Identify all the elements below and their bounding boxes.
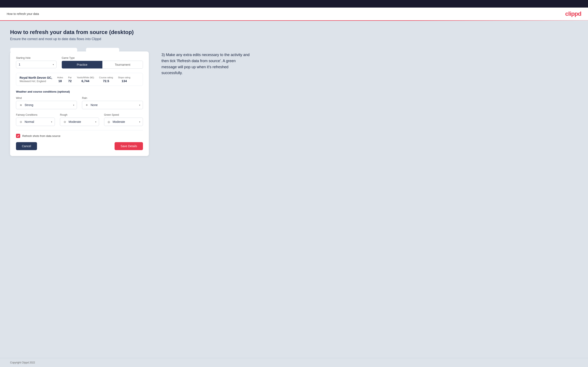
game-type-toggle: Practice Tournament xyxy=(62,61,143,69)
rain-label: Rain xyxy=(82,97,143,100)
main-content: How to refresh your data from source (de… xyxy=(0,21,588,358)
wind-rain-row: Wind ≋ Strong ▾ Rain ☀ None ▾ xyxy=(16,97,143,109)
green-speed-icon: ◎ xyxy=(107,120,111,124)
starting-hole-label: Starting Hole xyxy=(16,57,57,59)
tournament-button[interactable]: Tournament xyxy=(102,61,143,68)
breadcrumb: How to refresh your data xyxy=(7,12,39,16)
content-row: Starting Hole 1 ▾ Game Type Practice Tou… xyxy=(10,48,578,156)
weather-section-title: Weather and course conditions (optional) xyxy=(16,90,143,93)
footer: Copyright Clippd 2022 xyxy=(0,358,588,367)
rain-icon: ☀ xyxy=(85,103,89,107)
tab-partial-1 xyxy=(10,48,77,52)
yards-label: Yards/White (M)) xyxy=(77,76,94,79)
course-stat-par: Par 72 xyxy=(68,76,72,83)
course-stat-holes: Holes 18 xyxy=(57,76,63,83)
rough-select[interactable]: ⊙ Moderate ▾ xyxy=(60,117,99,126)
green-speed-select[interactable]: ◎ Moderate ▾ xyxy=(104,117,143,126)
course-name: Royal North Devon GC, xyxy=(19,76,52,79)
rain-group: Rain ☀ None ▾ xyxy=(82,97,143,109)
logo: clippd xyxy=(565,10,581,17)
rain-value: None xyxy=(91,103,138,107)
conditions-row: Fairway Conditions ⊙ Normal ▾ Rough ⊙ Mo… xyxy=(16,113,143,126)
wind-icon: ≋ xyxy=(19,103,23,107)
fairway-label: Fairway Conditions xyxy=(16,113,55,116)
course-rating-label: Course rating xyxy=(99,76,113,79)
button-row: Cancel Save Details xyxy=(16,142,143,150)
fairway-select[interactable]: ⊙ Normal ▾ xyxy=(16,117,55,126)
rough-group: Rough ⊙ Moderate ▾ xyxy=(60,113,99,126)
page-subheading: Ensure the correct and most up to date d… xyxy=(10,37,578,41)
checkmark-icon xyxy=(17,134,19,137)
holes-label: Holes xyxy=(57,76,63,79)
divider xyxy=(16,130,143,130)
form-row-top: Starting Hole 1 ▾ Game Type Practice Tou… xyxy=(16,57,143,69)
rain-select[interactable]: ☀ None ▾ xyxy=(82,101,143,109)
card-wrapper: Starting Hole 1 ▾ Game Type Practice Tou… xyxy=(10,48,149,156)
course-name-block: Royal North Devon GC, Westward Ho!, Engl… xyxy=(19,76,52,83)
yards-value: 6,744 xyxy=(77,79,94,83)
tab-partial-2 xyxy=(86,48,119,52)
refresh-checkbox-label: Refresh shots from data source xyxy=(22,134,60,138)
course-info: Royal North Devon GC, Westward Ho!, Engl… xyxy=(16,73,143,86)
course-rating-value: 72.5 xyxy=(99,79,113,83)
game-type-group: Game Type Practice Tournament xyxy=(62,57,143,69)
starting-hole-value: 1 xyxy=(19,63,20,66)
rough-label: Rough xyxy=(60,113,99,116)
green-speed-group: Green Speed ◎ Moderate ▾ xyxy=(104,113,143,126)
refresh-checkbox[interactable] xyxy=(16,134,20,138)
rough-chevron-icon: ▾ xyxy=(95,121,96,123)
course-stat-course-rating: Course rating 72.5 xyxy=(99,76,113,83)
green-speed-label: Green Speed xyxy=(104,113,143,116)
par-value: 72 xyxy=(68,79,72,83)
form-card: Starting Hole 1 ▾ Game Type Practice Tou… xyxy=(10,51,149,156)
holes-value: 18 xyxy=(57,79,63,83)
wind-value: Strong xyxy=(25,103,71,107)
course-location: Westward Ho!, England xyxy=(19,80,52,83)
wind-group: Wind ≋ Strong ▾ xyxy=(16,97,77,109)
copyright: Copyright Clippd 2022 xyxy=(10,361,35,364)
page-heading: How to refresh your data from source (de… xyxy=(10,29,578,35)
rain-chevron-icon: ▾ xyxy=(139,104,140,106)
header: How to refresh your data clippd xyxy=(0,8,588,21)
starting-hole-select[interactable]: 1 ▾ xyxy=(16,61,57,68)
top-bar xyxy=(0,0,588,8)
save-details-button[interactable]: Save Details xyxy=(115,142,143,150)
course-stat-slope: Slope rating 134 xyxy=(118,76,130,83)
wind-select[interactable]: ≋ Strong ▾ xyxy=(16,101,77,109)
green-speed-value: Moderate xyxy=(113,120,138,124)
fairway-value: Normal xyxy=(25,120,49,124)
wind-label: Wind xyxy=(16,97,77,100)
description-text: 3) Make any extra edits necessary to the… xyxy=(161,48,250,76)
rough-icon: ⊙ xyxy=(63,120,67,124)
starting-hole-group: Starting Hole 1 ▾ xyxy=(16,57,57,69)
par-label: Par xyxy=(68,76,72,79)
slope-value: 134 xyxy=(118,79,130,83)
wind-chevron-icon: ▾ xyxy=(73,104,74,106)
game-type-label: Game Type xyxy=(62,57,143,59)
rough-value: Moderate xyxy=(69,120,93,124)
green-speed-chevron-icon: ▾ xyxy=(139,121,140,123)
fairway-chevron-icon: ▾ xyxy=(51,121,52,123)
starting-hole-chevron-icon: ▾ xyxy=(53,63,54,66)
refresh-checkbox-row: Refresh shots from data source xyxy=(16,134,143,138)
practice-button[interactable]: Practice xyxy=(62,61,102,68)
slope-label: Slope rating xyxy=(118,76,130,79)
fairway-icon: ⊙ xyxy=(19,120,23,124)
course-stat-yards: Yards/White (M)) 6,744 xyxy=(77,76,94,83)
cancel-button[interactable]: Cancel xyxy=(16,142,37,150)
fairway-group: Fairway Conditions ⊙ Normal ▾ xyxy=(16,113,55,126)
